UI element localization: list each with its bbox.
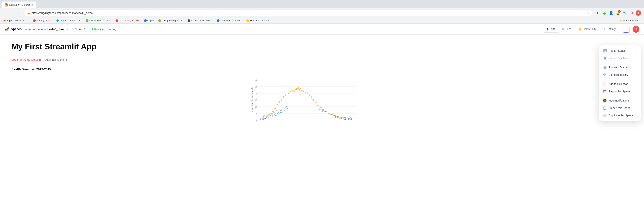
svg-point-39	[309, 95, 310, 96]
tab-close-button[interactable]: ×	[32, 3, 33, 6]
svg-point-27	[285, 95, 286, 96]
back-button[interactable]: ←	[3, 10, 8, 16]
app-icon: ▷	[548, 27, 550, 30]
notifications-button[interactable]: 🔔 1	[615, 10, 621, 16]
mute-icon: 🔕	[603, 99, 607, 102]
svg-point-75	[283, 109, 285, 110]
svg-point-29	[290, 91, 291, 92]
dropdown-mute[interactable]: 🔕 Mute notifications	[599, 97, 641, 104]
three-dots-button[interactable]: ⋮	[622, 26, 630, 33]
svg-point-30	[292, 90, 293, 91]
svg-point-52	[298, 87, 300, 89]
svg-point-28	[288, 93, 289, 94]
tab-streamlit-theme[interactable]: Streamlit theme (default)	[12, 57, 41, 63]
forward-button[interactable]: →	[10, 10, 15, 16]
svg-point-95	[340, 117, 342, 118]
svg-text:25: 25	[255, 99, 258, 101]
browser-user-avatar[interactable]: J	[636, 10, 641, 16]
collection-icon: 📑	[603, 82, 607, 86]
like-button[interactable]: ♡ like 0	[73, 27, 88, 31]
bookmark-brinson[interactable]: 🟡 Brinson Solar Super...	[245, 19, 274, 22]
logs-button[interactable]: ≡ Logs	[108, 27, 119, 31]
nav-app-label: App	[551, 27, 556, 30]
bookmark-is445-canvas[interactable]: 🔴 IS445 (Canvas)	[32, 19, 54, 22]
breadcrumb-spacename[interactable]: is445_demo	[49, 27, 66, 31]
chart-area: imum Daily Temperature (C) 10 15 20 25 3…	[12, 74, 600, 124]
bookmark-pl-is445[interactable]: 🔴 PL - IS 445, Fa24BC	[114, 19, 142, 22]
svg-point-91	[268, 117, 270, 118]
dropdown-report[interactable]: 🚩 Report this Space	[599, 88, 641, 95]
dropdown-clone[interactable]: 💎 Clone repository	[599, 71, 641, 78]
reload-button[interactable]: ⟳	[17, 10, 22, 16]
bookmark-star-icon[interactable]: ☆	[587, 11, 590, 15]
heart-icon: ♡	[75, 28, 78, 30]
docker-icon: 🐳	[603, 65, 607, 69]
breadcrumb-user[interactable]: jnaiman	[25, 27, 35, 31]
svg-text:30: 30	[255, 93, 258, 95]
dropdown-embed[interactable]: 📋 Embed this Space	[599, 104, 641, 112]
svg-point-32	[295, 89, 297, 90]
svg-point-58	[274, 112, 274, 113]
bookmark-issues[interactable]: ⚫ Issues · jnaiman/sci...	[186, 19, 214, 22]
profile-button[interactable]: 👤	[608, 10, 614, 16]
user-avatar[interactable]: J	[632, 26, 640, 33]
dropdown-docker[interactable]: 🐳 Run with Docker	[599, 64, 641, 71]
svg-point-42	[316, 102, 317, 104]
svg-point-40	[311, 97, 312, 98]
dropdown-collection[interactable]: 📑 Add to collection	[599, 80, 641, 88]
nav-community-label: Community	[583, 27, 596, 30]
nav-item-community[interactable]: 🟡 Community	[575, 26, 600, 32]
svg-point-74	[280, 110, 282, 112]
dropdown-menu: ⋮ 🔄 Restart Space ⚙️ Enable Dev Mode 🐳 R…	[599, 45, 641, 121]
nav-item-settings[interactable]: ⚙ Settings	[600, 26, 620, 32]
devmode-label: Enable Dev Mode	[608, 57, 630, 60]
dropdown-divider-2	[599, 79, 641, 79]
nav-item-app[interactable]: ▷ App	[544, 26, 558, 32]
svg-point-101	[348, 119, 349, 120]
devmode-icon: ⚙️	[603, 56, 607, 60]
browser-menu-button[interactable]: ⚙	[629, 10, 635, 16]
tab-altair-theme[interactable]: Altair native theme	[45, 57, 68, 63]
app-container: 🚀 Spaces jnaiman jnaiman / is445_demo ⎘ …	[0, 24, 644, 220]
copy-icon[interactable]: ⎘	[66, 28, 68, 31]
dropdown-duplicate[interactable]: ⚪ Duplicate this Space	[599, 112, 641, 119]
breadcrumb: jnaiman jnaiman / is445_demo ⎘	[25, 27, 68, 31]
svg-text:20: 20	[255, 106, 258, 108]
bookmark-dev-home[interactable]: 🟢 [DEV] Home | Prairi...	[157, 19, 185, 22]
svg-point-43	[318, 105, 318, 106]
report-label: Report this Space	[608, 90, 630, 93]
collection-label: Add to collection	[608, 82, 628, 86]
nav-item-files[interactable]: ⊞ Files	[559, 26, 574, 32]
extensions-button[interactable]: 🧩	[601, 10, 607, 16]
bookmark-insight-retreat[interactable]: 🟩 Insight Retreat Cent...	[84, 19, 113, 22]
clone-icon: 💎	[603, 73, 607, 77]
address-bar: 🔒 ☆	[24, 9, 593, 16]
bookmark-copilot[interactable]: 🔵 Copilot	[142, 19, 156, 22]
notification-badge: 1	[618, 10, 621, 12]
svg-point-57	[272, 113, 273, 115]
breadcrumb-username[interactable]: jnaiman	[36, 27, 46, 31]
embed-icon: 📋	[603, 106, 607, 110]
active-tab[interactable]: 🤗 jnaiman/is445_demo ×	[2, 1, 36, 8]
svg-text:imum Daily Temperature (C): imum Daily Temperature (C)	[251, 86, 253, 112]
spaces-logo[interactable]: 🚀 Spaces	[4, 27, 22, 31]
theme-tabs: Streamlit theme (default) Altair native …	[12, 57, 632, 63]
url-input[interactable]	[32, 11, 585, 14]
bookmark-nih[interactable]: 🔵 2024 NIH Grant Wri...	[215, 19, 244, 22]
svg-point-37	[305, 92, 306, 93]
header-actions: ♡ like 0 Running ≡ Logs	[73, 27, 119, 31]
bookmarks-bar: 📌 Import bookmarks... | 🔴 IS445 (Canvas)…	[0, 17, 644, 24]
restart-label: Restart Space	[608, 49, 626, 52]
bookmark-other[interactable]: 📁 Other Bookmarks	[618, 19, 642, 22]
downloads-button[interactable]: ⬇	[594, 10, 600, 16]
embed-label: Embed this Space	[608, 107, 630, 110]
bookmark-is445-dataviz[interactable]: 🔷 IS445 - Data Viz - B...	[55, 19, 84, 22]
extensions2-button[interactable]: 🔧	[622, 10, 628, 16]
svg-point-77	[319, 108, 321, 110]
app-iframe-content: My First Streamlit App Streamlit theme (…	[0, 34, 644, 220]
dropdown-restart[interactable]: 🔄 Restart Space	[599, 47, 641, 54]
main-content: My First Streamlit App Streamlit theme (…	[0, 34, 644, 220]
svg-point-36	[303, 91, 304, 92]
logs-label: Logs	[112, 28, 117, 30]
bookmark-import[interactable]: 📌 Import bookmarks...	[2, 19, 28, 22]
